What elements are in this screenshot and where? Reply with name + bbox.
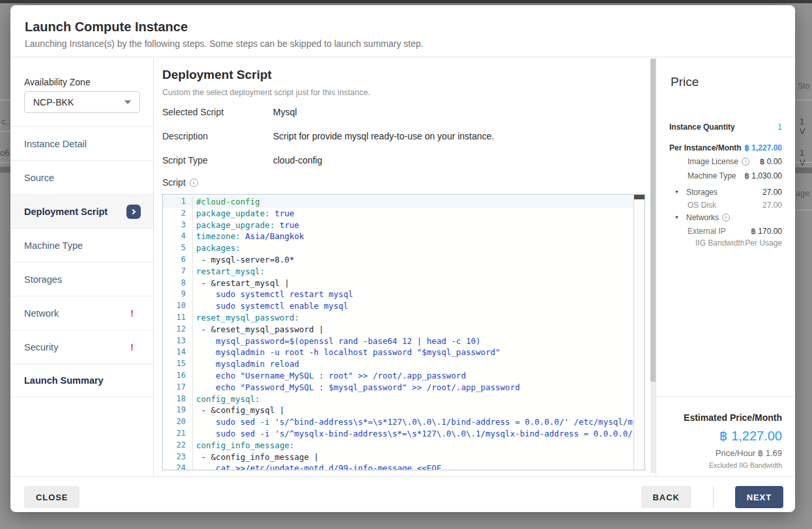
sidebar-item-machine-type[interactable]: Machine Type [10, 228, 153, 262]
code-line-11[interactable]: 11reset_mysql_password: [163, 312, 633, 324]
line-number: 21 [163, 428, 193, 440]
script-code-editor[interactable]: 1#cloud-config2package_update: true3pack… [162, 194, 645, 470]
price-row-instance-quantity: Instance Quantity 1 [669, 122, 782, 132]
code-text: timezone: Asia/Bangkok [193, 231, 304, 242]
line-number: 2 [163, 208, 193, 220]
code-line-4[interactable]: 4timezone: Asia/Bangkok [163, 231, 633, 242]
sidebar-item-instance-detail[interactable]: Instance Detail [10, 126, 153, 160]
price-panel: Price Instance Quantity 1 Per Instance/M… [656, 57, 795, 476]
page-description: Custom the select deployment script just… [162, 88, 370, 97]
editor-scrollbar-thumb[interactable] [634, 195, 645, 199]
code-line-10[interactable]: 10 sudo systemctl enable mysql [163, 300, 633, 312]
line-number: 18 [163, 393, 193, 405]
line-number: 3 [163, 220, 193, 231]
background-table-line [0, 131, 10, 132]
code-text: restart_mysql: [193, 266, 265, 278]
field-selected-script: Selected Script Mysql [162, 107, 494, 117]
code-line-17[interactable]: 17 echo "Password_MySQL : $mysql_passwor… [163, 382, 633, 393]
sidebar-item-deployment-script[interactable]: Deployment Script [10, 194, 153, 228]
line-number: 20 [163, 416, 193, 428]
code-line-13[interactable]: 13 mysql_password=$(openssl rand -base64… [163, 336, 633, 347]
price-row-os-disk: OS Disk 27.00 [669, 201, 782, 210]
line-number: 15 [163, 358, 193, 370]
content-scrollbar[interactable] [650, 59, 656, 473]
price-note: Excluded IIG Bandwidth [669, 461, 782, 469]
code-line-9[interactable]: 9 sudo systemctl restart mysql [163, 289, 633, 300]
code-lines: 1#cloud-config2package_update: true3pack… [163, 195, 633, 470]
sidebar-item-launch-summary[interactable]: Launch Summary [10, 364, 153, 397]
price-row-image-license: Image License i ฿ 0.00 [669, 157, 782, 166]
script-label: Script [162, 177, 186, 188]
sidebar-item-storages[interactable]: Storages [10, 262, 153, 296]
line-number: 23 [163, 451, 193, 463]
code-text: reset_mysql_password: [193, 312, 299, 324]
back-button[interactable]: BACK [641, 486, 691, 508]
code-line-21[interactable]: 21 sudo sed -i 's/^mysqlx-bind-address\s… [163, 428, 633, 440]
code-line-6[interactable]: 6 - mysql-server=8.0* [163, 254, 633, 266]
code-text: sudo sed -i 's/^mysqlx-bind-address\s*=\… [193, 428, 633, 440]
code-line-1[interactable]: 1#cloud-config [163, 196, 633, 208]
code-text: config_info_message: [193, 440, 295, 451]
line-number: 1 [163, 196, 193, 208]
code-line-22[interactable]: 22config_info_message: [163, 440, 633, 451]
price-breakdown: Instance Quantity 1 Per Instance/Month ฿… [656, 122, 795, 248]
code-line-24[interactable]: 24 cat >>/etc/update-motd.d/99-info-mess… [163, 463, 633, 470]
sidebar-item-source[interactable]: Source [10, 160, 153, 194]
background-table-line [0, 100, 10, 100]
price-row-per-instance-month: Per Instance/Month ฿ 1,227.00 [669, 143, 782, 152]
code-line-20[interactable]: 20 sudo sed -i 's/^bind-address\s*=\s*12… [163, 416, 633, 428]
sidebar-step-list: Instance Detail Source Deployment Script… [10, 126, 153, 397]
collapse-caret-icon[interactable]: ▼ [674, 188, 683, 197]
code-line-2[interactable]: 2package_update: true [163, 208, 633, 220]
code-line-8[interactable]: 8 - &restart_mysql | [163, 278, 633, 289]
line-number: 12 [163, 324, 193, 336]
code-text: packages: [193, 242, 240, 254]
code-text: echo "Username_MySQL : root" >> /root/.a… [193, 370, 466, 382]
price-row-storages: ▼ Storages 27.00 [669, 188, 782, 197]
page-title: Deployment Script [162, 68, 272, 82]
sidebar-item-network[interactable]: Network ! [10, 296, 153, 330]
modal-header: Launch Compute Instance Launching Instan… [10, 5, 795, 57]
code-text: - &reset_mysql_password | [193, 324, 324, 336]
footer-actions: BACK NEXT [641, 486, 783, 508]
code-line-16[interactable]: 16 echo "Username_MySQL : root" >> /root… [163, 370, 633, 382]
code-text: config_mysql: [193, 393, 260, 405]
code-line-19[interactable]: 19 - &config_mysql | [163, 405, 633, 416]
line-number: 13 [163, 336, 193, 347]
availability-zone-select[interactable]: NCP-BKK [24, 91, 140, 113]
close-button[interactable]: CLOSE [24, 486, 80, 508]
info-icon[interactable]: i [190, 179, 198, 187]
code-line-3[interactable]: 3package_upgrade: true [163, 220, 633, 231]
code-line-5[interactable]: 5packages: [163, 242, 633, 254]
info-icon[interactable]: i [742, 158, 749, 165]
line-number: 6 [163, 254, 193, 266]
code-line-18[interactable]: 18config_mysql: [163, 393, 633, 405]
steps-sidebar: Availability Zone NCP-BKK Instance Detai… [10, 57, 154, 476]
next-button[interactable]: NEXT [735, 486, 783, 508]
background-divider-strip [0, 167, 10, 173]
code-line-23[interactable]: 23 - &config_info_message | [163, 451, 633, 463]
collapse-caret-icon[interactable]: ▼ [674, 213, 683, 222]
editor-scrollbar[interactable] [633, 195, 645, 470]
code-text: echo "Password_MySQL : $mysql_password" … [193, 382, 520, 393]
code-line-15[interactable]: 15 mysqladmin reload [163, 358, 633, 370]
footer-divider [713, 486, 714, 508]
code-text: #cloud-config [193, 196, 260, 208]
code-line-14[interactable]: 14 mysqladmin -u root -h localhost passw… [163, 347, 633, 358]
background-navbar [0, 0, 812, 3]
price-heading: Price [671, 75, 699, 89]
field-script-type: Script Type cloud-config [162, 155, 494, 165]
estimated-price-label: Estimated Price/Month [669, 412, 782, 423]
code-line-12[interactable]: 12 - &reset_mysql_password | [163, 324, 633, 336]
launch-compute-instance-modal: Launch Compute Instance Launching Instan… [10, 5, 795, 512]
script-label-row: Script i [162, 177, 198, 188]
screen: c... o6... Sto 1 V 1 V age: Launch Compu… [0, 0, 812, 529]
modal-footer: CLOSE BACK NEXT [10, 476, 795, 512]
code-text: - &config_mysql | [193, 405, 284, 416]
code-line-7[interactable]: 7restart_mysql: [163, 266, 633, 278]
background-cell-fragment: 1 V [800, 117, 812, 136]
sidebar-item-security[interactable]: Security ! [10, 330, 153, 364]
info-icon[interactable]: i [722, 214, 730, 222]
price-row-iig-bandwidth: IIG Bandwidth Per Usage [669, 238, 782, 248]
content-scrollbar-thumb[interactable] [650, 59, 656, 382]
